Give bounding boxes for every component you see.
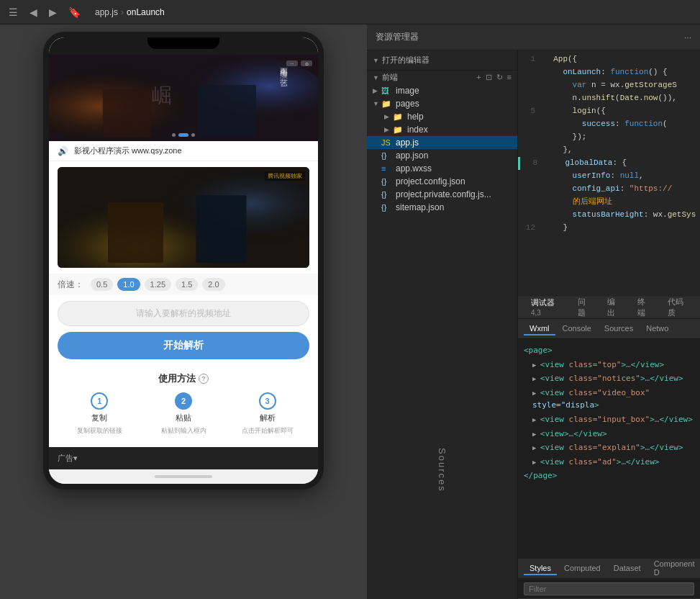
file-manager-actions: ··· [684,32,691,42]
collapse-icon[interactable]: ≡ [507,73,512,82]
dom-node-notices[interactable]: ▶ <view class="notices">…</view> [521,371,697,386]
devtools-tab-sources[interactable]: Sources [599,323,639,335]
dom-node-ad[interactable]: ▶ <view class="ad">…</view> [521,455,697,469]
bookmark-icon[interactable]: 🔖 [65,5,83,19]
app-name-label: 影视小程序演示 www.qsy.zone [74,145,182,156]
style-tab-dataset[interactable]: Dataset [608,562,647,575]
video-thumbnail: 腾讯视频独家 [58,167,309,268]
svg-rect-10 [196,195,247,263]
home-indicator [49,469,318,484]
refresh-icon[interactable]: ↻ [496,73,503,82]
tree-arrow-help: ▶ [384,113,393,120]
video-url-input[interactable]: 请输入要解析的视频地址 [58,301,309,326]
step-desc-3: 点击开始解析即可 [242,426,294,436]
frontend-section-header[interactable]: ▼ 前端 + ⊡ ↻ ≡ [367,71,517,84]
folder-pages-icon: 📁 [381,99,393,109]
tree-item-help[interactable]: ▶ 📁 help [367,110,517,123]
debug-tab-debugger[interactable]: 调试器 4,3 [524,294,568,321]
line-content-9: globalData: { [546,157,700,170]
styles-tabs: Styles Computed Dataset Component D [518,559,700,579]
folder-index-icon: 📁 [393,125,404,135]
tree-item-app-json[interactable]: {} app.json [367,149,517,162]
frontend-label: 前端 [382,72,398,83]
filter-input[interactable] [524,582,694,595]
breadcrumb-file: app.js [95,7,118,17]
dom-node-explain[interactable]: ▶ <view class="explain">…</view> [521,441,697,455]
dom-node-top[interactable]: ▶ <view class="top">…</view> [521,358,697,372]
dom-node-input-box[interactable]: ▶ <view class="input_box">…</view> [521,413,697,427]
tree-item-project-private[interactable]: {} project.private.config.js... [367,188,517,201]
file-project-config-icon: {} [381,177,393,186]
line-content-1: App({ [544,53,700,66]
file-app-js-icon: JS [381,138,393,147]
tree-item-project-config[interactable]: {} project.config.json [367,175,517,188]
debug-tab-output[interactable]: 编出 [600,294,627,323]
tree-arrow-image: ▶ [373,87,381,94]
back-icon[interactable]: ◀ [27,5,40,19]
file-sitemap-icon: {} [381,203,393,212]
code-content: 1 App({ onLaunch: function() { var n = w… [518,50,700,297]
menu-toggle-icon[interactable]: ☰ [6,5,21,19]
file-manager-header: 资源管理器 ··· [367,24,700,50]
help-icon: ? [199,374,209,384]
tree-label-sitemap: sitemap.json [396,202,444,212]
style-tab-computed[interactable]: Computed [558,562,606,575]
video-watermark: 腾讯视频独家 [265,171,305,181]
file-manager-title: 资源管理器 [376,31,419,43]
line-num-5: 5 [518,105,544,118]
style-tab-component-d[interactable]: Component D [648,558,700,580]
step-label-1: 复制 [91,413,107,423]
phone-panel: 崛 ··· ⊙ 周冬雨 导演：张艺 🔊 影视小程 [0,24,367,599]
tree-item-index[interactable]: ▶ 📁 index [367,123,517,136]
add-folder-icon[interactable]: ⊡ [486,73,492,82]
tree-item-sitemap[interactable]: {} sitemap.json [367,201,517,214]
style-tab-styles[interactable]: Styles [524,562,557,575]
tree-item-image[interactable]: ▶ 🖼 image [367,84,517,97]
forward-icon[interactable]: ▶ [46,5,60,19]
line-content-7: }); [544,131,700,144]
dom-node-page[interactable]: <page> [521,343,697,358]
line-num-14: 12 [518,222,544,235]
devtools-tab-wxml[interactable]: Wxml [524,323,555,335]
speed-btn-2.0[interactable]: 2.0 [202,278,224,291]
code-line-3: var n = wx.getStorageS [518,79,700,92]
home-bar [155,475,212,478]
open-editors-header[interactable]: ▼ 打开的编辑器 [367,53,517,67]
code-line-8: }, [518,144,700,157]
debug-tab-terminal[interactable]: 终端 [630,294,658,323]
tree-item-pages[interactable]: ▼ 📁 pages [367,97,517,110]
hero-controls: ··· ⊙ [286,60,312,66]
breadcrumb: app.js › onLaunch [95,7,165,17]
speed-btn-1.5[interactable]: 1.5 [176,278,198,291]
speed-btn-0.5[interactable]: 0.5 [91,278,113,291]
hero-banner: 崛 ··· ⊙ 周冬雨 导演：张艺 [49,55,318,141]
step-num-3: 3 [259,392,276,410]
how-to-title: 使用方法 ? [58,372,309,385]
line-content-5: login({ [544,105,700,118]
phone-frame: 崛 ··· ⊙ 周冬雨 导演：张艺 🔊 影视小程 [43,32,324,490]
sources-content: Sources [367,342,517,600]
tree-label-app-json: app.json [396,150,428,161]
tree-item-app-js[interactable]: JS app.js [367,136,517,149]
svg-rect-9 [108,202,163,263]
code-editor: 1 App({ onLaunch: function() { var n = w… [518,50,700,297]
parse-button[interactable]: 开始解析 [58,332,309,359]
debug-tab-problems[interactable]: 问题 [571,294,598,323]
tree-arrow-index: ▶ [384,126,393,133]
debug-tab-code-quality[interactable]: 代码质 [660,294,694,323]
speed-label: 倍速： [58,279,83,291]
speed-btn-1.0[interactable]: 1.0 [117,278,140,291]
add-file-icon[interactable]: + [476,73,481,82]
step-desc-1: 复制获取的链接 [77,426,122,436]
fm-more-icon[interactable]: ··· [684,32,691,42]
tree-item-app-wxss[interactable]: ≡ app.wxss [367,162,517,175]
how-to-steps: 1 复制 复制获取的链接 2 粘贴 粘贴到输入框内 3 解析 点击开始解析即可 [58,392,309,436]
dom-node-video-box[interactable]: ▶ <view class="video_box" style="displa> [521,386,697,413]
devtools-tab-console[interactable]: Console [557,323,597,335]
speed-btn-1.25[interactable]: 1.25 [145,278,171,291]
dom-node-view[interactable]: ▶ <view>…</view> [521,427,697,441]
code-line-4: n.unshift(Date.now()), [518,92,700,105]
open-editors-label: 打开的编辑器 [382,55,429,66]
sources-label: Sources [437,448,447,492]
devtools-tab-network[interactable]: Netwo [640,323,674,335]
